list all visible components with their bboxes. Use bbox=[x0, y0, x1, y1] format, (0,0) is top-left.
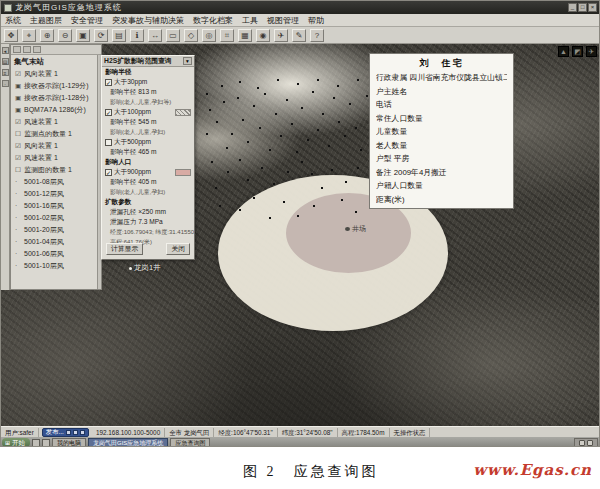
query-checkbox-row[interactable]: 大于500ppm bbox=[102, 137, 194, 147]
residence-dot bbox=[297, 83, 299, 85]
layer-tree-item[interactable]: ·5001-16层风 bbox=[11, 200, 101, 212]
layer-tree-item[interactable]: ·5001-10层风 bbox=[11, 260, 101, 272]
map-nav-icon[interactable]: ◩ bbox=[572, 46, 583, 57]
menu-item[interactable]: 主题图层 bbox=[30, 15, 62, 26]
layer-tree-item[interactable]: ▣接收器示踪(1-129分) bbox=[11, 80, 101, 92]
residence-dot bbox=[247, 141, 249, 143]
taskbar-task[interactable]: 龙岗气田GIS应急地理系统 bbox=[88, 438, 168, 447]
menu-item[interactable]: 系统 bbox=[5, 15, 21, 26]
residence-dot bbox=[341, 199, 343, 201]
help-icon[interactable]: ? bbox=[310, 29, 324, 42]
menu-item[interactable]: 安全管理 bbox=[71, 15, 103, 26]
map-nav-icon[interactable]: ✈ bbox=[586, 46, 597, 57]
layers-icon[interactable]: ▤ bbox=[112, 29, 126, 42]
zoom-in-icon[interactable]: ⊕ bbox=[40, 29, 54, 42]
menu-item[interactable]: 突发事故与辅助决策 bbox=[112, 15, 184, 26]
layer-tree-item[interactable]: ·5001-20层风 bbox=[11, 224, 101, 236]
tray-icon[interactable] bbox=[579, 440, 585, 446]
layer-tree-item[interactable]: ☑风向装置 1 bbox=[11, 140, 101, 152]
grid-icon[interactable]: ⌗ bbox=[220, 29, 234, 42]
status-bar: 用户:safer 发布... 192.168.100.100-5000 全市 龙… bbox=[1, 426, 599, 437]
residence-dot bbox=[206, 133, 208, 135]
start-button[interactable]: ⊞开始 bbox=[2, 438, 30, 447]
publish-button[interactable]: 发布... bbox=[42, 428, 89, 437]
checkbox-icon[interactable]: ✓ bbox=[105, 79, 112, 86]
residence-dot bbox=[221, 85, 223, 87]
layer-label: 5001-06层风 bbox=[24, 250, 64, 257]
select-icon[interactable]: ⌖ bbox=[22, 29, 36, 42]
rectangle-icon[interactable]: ▭ bbox=[166, 29, 180, 42]
identify-icon[interactable]: ℹ bbox=[130, 29, 144, 42]
layer-tree-item[interactable]: ·5001-02层风 bbox=[11, 212, 101, 224]
status-latitude: 纬度:31°24'50.08" bbox=[278, 428, 338, 437]
tray-icon[interactable] bbox=[587, 440, 593, 446]
search-tab-icon[interactable]: · bbox=[2, 80, 9, 87]
residence-dot bbox=[231, 133, 233, 135]
layer-tree-item[interactable]: ·5001-06层风 bbox=[11, 248, 101, 260]
layer-tree-item[interactable]: ·5001-12层风 bbox=[11, 188, 101, 200]
collapse-icon[interactable]: ◂ bbox=[2, 47, 9, 54]
layer-tree-item[interactable]: ☐监测点的数量 1 bbox=[11, 128, 101, 140]
polygon-icon[interactable]: ◇ bbox=[184, 29, 198, 42]
chevron-down-icon[interactable]: ▾ bbox=[183, 57, 192, 65]
layer-tree-item[interactable]: ▣BQM7A7A 1286(分) bbox=[11, 104, 101, 116]
layer-tree-item[interactable]: ☐监测图的数量 1 bbox=[11, 164, 101, 176]
query-checkbox-row[interactable]: ✓大于30ppm bbox=[102, 77, 194, 87]
checkbox-icon[interactable] bbox=[105, 139, 112, 146]
close-button[interactable]: × bbox=[588, 3, 597, 12]
quick-launch-icon[interactable] bbox=[42, 439, 50, 447]
buffer-icon[interactable]: ◎ bbox=[202, 29, 216, 42]
collapse-all-icon[interactable] bbox=[23, 46, 31, 53]
status-area: 全市 龙岗气田 bbox=[165, 428, 214, 437]
north-icon[interactable]: ✈ bbox=[274, 29, 288, 42]
info-row: 常住人口数量 bbox=[376, 112, 507, 126]
query-checkbox-row[interactable]: ✓大于900ppm bbox=[102, 167, 194, 177]
residence-dot bbox=[317, 129, 319, 131]
target-icon[interactable]: ◉ bbox=[256, 29, 270, 42]
residence-dot bbox=[322, 113, 324, 115]
layer-tree-item[interactable]: ☑风速装置 1 bbox=[11, 116, 101, 128]
checkbox-icon[interactable]: ✓ bbox=[105, 169, 112, 176]
taskbar-task[interactable]: 我的电脑 bbox=[52, 438, 86, 447]
layer-icon: ☐ bbox=[15, 164, 24, 176]
measure-icon[interactable]: ↔ bbox=[148, 29, 162, 42]
layer-label: 监测点的数量 1 bbox=[24, 130, 72, 137]
layer-tree-item[interactable]: ·5001-08层风 bbox=[11, 176, 101, 188]
layer-tree-item[interactable]: ·5001-04层风 bbox=[11, 236, 101, 248]
refresh-icon[interactable]: ⟳ bbox=[94, 29, 108, 42]
zoom-out-icon[interactable]: ⊖ bbox=[58, 29, 72, 42]
residence-dot bbox=[216, 121, 218, 123]
layer-tree-item[interactable]: ☑风速装置 1 bbox=[11, 152, 101, 164]
menu-item[interactable]: 数字化档案 bbox=[193, 15, 233, 26]
print-icon[interactable]: ▦ bbox=[238, 29, 252, 42]
layers-tab-icon[interactable]: ▤ bbox=[2, 58, 9, 65]
menu-item[interactable]: 工具 bbox=[242, 15, 258, 26]
layer-tree-item[interactable]: ☑风向装置 1 bbox=[11, 68, 101, 80]
layer-tree-item[interactable]: ▣接收器示踪(1-128分) bbox=[11, 92, 101, 104]
minimize-button[interactable]: _ bbox=[568, 3, 577, 12]
close-dialog-button[interactable]: 关闭 bbox=[166, 243, 190, 255]
menu-item[interactable]: 帮助 bbox=[308, 15, 324, 26]
calculate-button[interactable]: 计算显示 bbox=[106, 243, 143, 255]
query-text-row: 影响半径 bbox=[102, 67, 194, 77]
pan-icon[interactable]: ✥ bbox=[4, 29, 18, 42]
system-tray bbox=[574, 438, 598, 447]
query-checkbox-row[interactable]: ✓大于100ppm bbox=[102, 107, 194, 117]
taskbar-task[interactable]: 应急查询图 bbox=[170, 438, 210, 447]
map-nav-icon[interactable]: ▲ bbox=[558, 46, 569, 57]
residence-dot bbox=[223, 101, 225, 103]
filter-icon[interactable] bbox=[33, 46, 41, 53]
checkbox-icon[interactable]: ✓ bbox=[105, 109, 112, 116]
query-text-row: 影响人口 bbox=[102, 157, 194, 167]
legend-tab-icon[interactable]: ≡ bbox=[2, 69, 9, 76]
layer-label: 5001-16层风 bbox=[24, 202, 64, 209]
residence-dot bbox=[253, 105, 255, 107]
expand-all-icon[interactable] bbox=[13, 46, 21, 53]
edit-icon[interactable]: ✎ bbox=[292, 29, 306, 42]
layer-label: BQM7A7A 1286(分) bbox=[24, 106, 86, 113]
quick-launch-icon[interactable] bbox=[32, 439, 40, 447]
full-extent-icon[interactable]: ▣ bbox=[76, 29, 90, 42]
menu-item[interactable]: 视图管理 bbox=[267, 15, 299, 26]
residence-dot bbox=[209, 109, 211, 111]
maximize-button[interactable]: □ bbox=[578, 3, 587, 12]
